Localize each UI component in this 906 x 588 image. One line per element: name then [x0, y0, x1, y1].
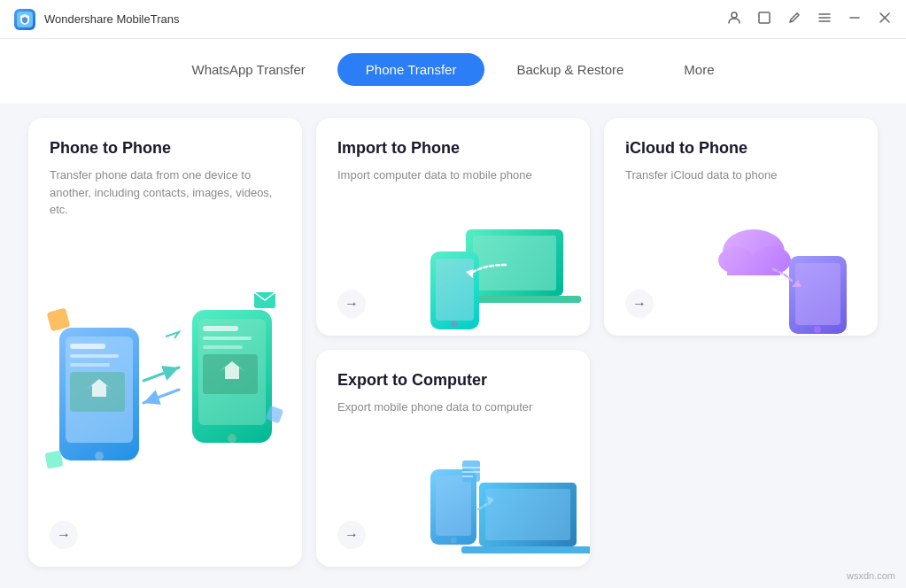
card-export-title: Export to Computer	[337, 371, 569, 390]
svg-point-32	[814, 326, 821, 333]
minimize-icon[interactable]	[848, 11, 862, 27]
tab-phone-transfer[interactable]: Phone Transfer	[337, 53, 485, 86]
card-phone-to-phone-arrow[interactable]: →	[50, 521, 78, 549]
card-export-to-computer[interactable]: Export to Computer Export mobile phone d…	[316, 350, 590, 568]
svg-point-28	[451, 321, 458, 328]
watermark: wsxdn.com	[847, 570, 895, 581]
menu-icon[interactable]	[817, 11, 832, 27]
card-phone-to-phone[interactable]: Phone to Phone Transfer phone data from …	[28, 118, 302, 567]
export-illustration	[413, 425, 590, 567]
card-icloud-arrow[interactable]: →	[625, 290, 654, 318]
svg-rect-6	[70, 344, 105, 349]
titlebar-left: Wondershare MobileTrans	[14, 9, 179, 30]
svg-rect-45	[462, 460, 480, 482]
profile-icon[interactable]	[727, 11, 741, 27]
card-export-arrow[interactable]: →	[337, 521, 366, 549]
card-icloud-desc: Transfer iCloud data to phone	[625, 166, 856, 184]
close-icon[interactable]	[878, 11, 892, 27]
tab-more[interactable]: More	[655, 53, 742, 86]
svg-rect-43	[461, 546, 590, 553]
svg-rect-2	[759, 12, 770, 23]
card-import-title: Import to Phone	[337, 139, 569, 158]
tab-backup-restore[interactable]: Backup & Restore	[488, 53, 652, 86]
svg-point-5	[95, 452, 104, 460]
app-icon	[14, 9, 35, 30]
titlebar: Wondershare MobileTrans	[0, 0, 906, 39]
svg-rect-42	[485, 489, 570, 540]
card-import-desc: Import computer data to mobile phone	[337, 166, 569, 184]
card-export-desc: Export mobile phone data to computer	[337, 398, 569, 416]
svg-rect-31	[795, 263, 840, 325]
svg-rect-36	[727, 258, 780, 275]
main-content: Phone to Phone Transfer phone data from …	[0, 104, 906, 588]
svg-rect-16	[203, 345, 243, 349]
svg-point-1	[732, 12, 737, 18]
svg-rect-15	[203, 337, 252, 340]
svg-rect-19	[46, 308, 70, 332]
svg-point-13	[228, 434, 236, 443]
card-icloud-to-phone[interactable]: iCloud to Phone Transfer iCloud data to …	[604, 118, 878, 336]
svg-rect-27	[436, 259, 474, 321]
card-import-arrow[interactable]: →	[337, 290, 366, 318]
card-icloud-title: iCloud to Phone	[625, 139, 856, 158]
import-illustration	[413, 203, 590, 336]
card-phone-to-phone-title: Phone to Phone	[50, 139, 281, 158]
svg-rect-39	[436, 476, 471, 536]
phone-to-phone-illustration	[37, 266, 293, 514]
nav-bar: WhatsApp Transfer Phone Transfer Backup …	[0, 39, 906, 104]
card-import-to-phone[interactable]: Import to Phone Import computer data to …	[316, 118, 590, 336]
svg-rect-8	[70, 363, 110, 367]
svg-rect-22	[44, 451, 63, 469]
card-phone-to-phone-desc: Transfer phone data from one device to a…	[50, 166, 281, 219]
icloud-illustration	[701, 203, 878, 336]
titlebar-controls	[727, 11, 892, 27]
svg-point-40	[451, 538, 457, 544]
app-name: Wondershare MobileTrans	[44, 12, 179, 26]
svg-rect-7	[70, 354, 119, 358]
tab-whatsapp-transfer[interactable]: WhatsApp Transfer	[163, 53, 333, 86]
svg-rect-24	[473, 236, 556, 290]
edit-icon[interactable]	[787, 11, 801, 27]
window-icon[interactable]	[757, 11, 771, 27]
svg-rect-14	[203, 326, 238, 331]
